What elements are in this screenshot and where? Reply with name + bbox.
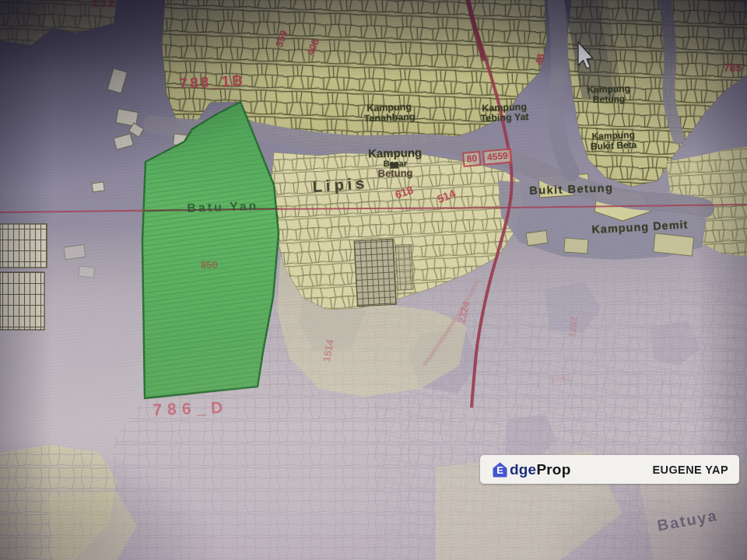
- brand-text-dge: dge: [510, 461, 536, 478]
- region-label-kampung-bukit-beta: Kampung Bukit Beta: [574, 130, 653, 152]
- lot-number-850: 850: [201, 260, 218, 271]
- lot-number-48: 48: [534, 53, 546, 66]
- lot-number-4559: 4559: [482, 149, 512, 166]
- lot-number-1282: 1282: [567, 316, 580, 338]
- edgeprop-house-icon: E: [491, 460, 509, 478]
- agent-name: EUGENE YAP: [653, 464, 729, 476]
- edgeprop-watermark: E dgeProp EUGENE YAP: [480, 455, 739, 484]
- lot-number-132: 132: [92, 0, 116, 9]
- map-photo: 132 359 408 788_1B 48 785 Kampung Tanahb…: [0, 0, 747, 560]
- lot-number-785: 785: [724, 62, 742, 74]
- region-label-kampung-tanahbang: Kampung Tanahbang: [350, 102, 429, 125]
- lot-number-80: 80: [462, 151, 482, 167]
- region-label-kampung-tebing-yat: Kampung Tebing Yat: [465, 102, 544, 125]
- lot-number-786d: 786_D: [153, 399, 229, 418]
- edgeprop-house-letter: E: [496, 464, 503, 476]
- brand-text-prop: Prop: [536, 461, 570, 478]
- region-label-kampung-betung-ne: Kampung Betung: [577, 83, 640, 105]
- edgeprop-logo: E dgeProp: [491, 460, 570, 478]
- region-label-batu-yan: Batu Yan: [187, 200, 259, 215]
